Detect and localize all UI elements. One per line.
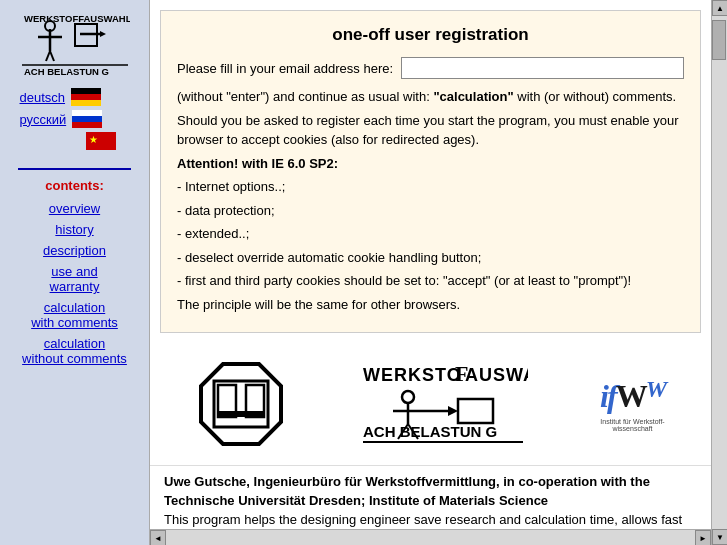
werkstoff-center-logo: WERKSTO AUSWAHL F [358,359,528,449]
svg-text:WERKSTOFFAUSWAHL: WERKSTOFFAUSWAHL [24,13,130,24]
lang-item-chinese [20,132,130,150]
scroll-left-button[interactable]: ◄ [150,530,166,545]
registration-box: one-off user registration Please fill in… [160,10,701,333]
sidebar-item-calc-no-comments[interactable]: calculation without comments [4,336,145,366]
bottom-university: Technische Universität Dresden; Institut… [164,493,697,508]
contents-label: contents: [45,178,104,193]
sidebar-item-history[interactable]: history [4,222,145,237]
main-scrollable[interactable]: one-off user registration Please fill in… [150,0,711,529]
calculation-bold: "calculation" [433,89,513,104]
svg-rect-13 [214,381,268,427]
svg-rect-28 [458,399,493,423]
ifww-logo-box: ifWW Institut für Werkstoff- wissenschaf… [600,376,665,431]
svg-line-6 [50,51,54,61]
octagon-logo-box [196,359,286,449]
ie-item-4: - first and third party cookies should b… [177,271,684,291]
scroll-thumb[interactable] [712,20,726,60]
sidebar-divider [18,168,131,170]
email-row: Please fill in your email address here: [177,57,684,79]
flag-cn [86,132,116,150]
ie-item-1: - data protection; [177,201,684,221]
ie-item-0: - Internet options..; [177,177,684,197]
scroll-track [712,16,727,529]
bottom-company: Uwe Gutsche, Ingenieurbüro für Werkstoff… [164,474,697,489]
main-area: one-off user registration Please fill in… [150,0,711,545]
bottom-info: Uwe Gutsche, Ingenieurbüro für Werkstoff… [150,465,711,529]
svg-marker-27 [448,406,458,416]
sidebar-item-overview[interactable]: overview [4,201,145,216]
ifww-subtitle: Institut für Werkstoff- wissenschaft [600,418,664,432]
sidebar-item-use-warranty[interactable]: use and warranty [4,264,145,294]
instructions-text: (without "enter") and continue as usual … [177,87,684,107]
scroll-down-button[interactable]: ▼ [712,529,727,545]
svg-text:ACH BELASTUN G: ACH BELASTUN G [363,423,497,440]
h-scroll-track [166,530,695,545]
lang-item-deutsch: deutsch [20,88,130,106]
cooperation-text: in co-operation with the [500,474,650,489]
logo-section: WERKSTO AUSWAHL F [150,343,711,465]
svg-marker-8 [100,31,106,37]
bottom-scrollbar[interactable]: ◄ ► [150,529,711,545]
octagon-svg [196,359,286,449]
svg-text:AUSWAHL: AUSWAHL [465,365,528,385]
svg-line-5 [46,51,50,61]
ifww-text: ifWW [600,376,665,415]
lang-item-russian: русский [20,110,130,128]
bottom-description: This program helps the designing enginee… [164,512,697,527]
cookie-text: Should you be asked to register each tim… [177,111,684,150]
ie-item-3: - deselect override automatic cookie han… [177,248,684,268]
language-section: deutsch русский [4,88,145,154]
sidebar: WERKSTOFFAUSWAHL ACH BELASTUN G deutsch [0,0,150,545]
svg-text:ACH BELASTUN G: ACH BELASTUN G [24,66,109,77]
registration-title: one-off user registration [177,25,684,45]
lang-link-russian[interactable]: русский [20,112,67,127]
ie-item-5: The principle will be the same for other… [177,295,684,315]
flag-ru [72,110,102,128]
ie-item-2: - extended..; [177,224,684,244]
svg-point-21 [402,391,414,403]
sidebar-item-description[interactable]: description [4,243,145,258]
sidebar-item-calc-comments[interactable]: calculation with comments [4,300,145,330]
svg-text:F: F [455,361,468,386]
email-label: Please fill in your email address here: [177,61,393,76]
svg-text:WERKSTO: WERKSTO [363,365,462,385]
scroll-up-button[interactable]: ▲ [712,0,727,16]
svg-rect-16 [218,411,264,417]
scroll-right-button[interactable]: ► [695,530,711,545]
lang-link-deutsch[interactable]: deutsch [20,90,66,105]
sidebar-logo: WERKSTOFFAUSWAHL ACH BELASTUN G [20,8,130,78]
flag-de [71,88,101,106]
right-scrollbar: ▲ ▼ [711,0,727,545]
email-input[interactable] [401,57,684,79]
attention-label: Attention! with IE 6.0 SP2: [177,154,684,174]
